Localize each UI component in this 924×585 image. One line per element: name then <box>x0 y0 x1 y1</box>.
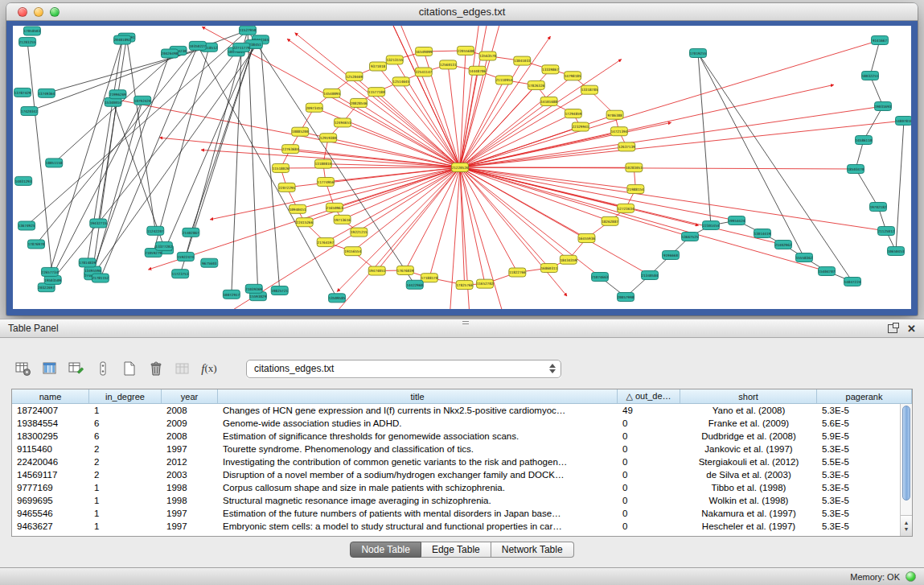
graph-node[interactable]: 11774956 <box>317 177 334 186</box>
graph-node[interactable]: 19954424 <box>729 216 745 225</box>
zoom-window-button[interactable] <box>50 7 60 17</box>
table-row[interactable]: 969969511998Structural magnetic resonanc… <box>12 494 900 507</box>
graph-node[interactable]: 12560131 <box>440 60 457 69</box>
table-select-dropdown[interactable]: citations_edges.txt <box>246 360 561 378</box>
graph-node[interactable]: 19474051 <box>368 266 385 275</box>
graph-node[interactable]: 22301454 <box>703 221 720 230</box>
graph-node[interactable]: 20057998 <box>618 293 634 302</box>
graph-node[interactable]: 19432715 <box>90 219 107 228</box>
graph-node[interactable]: 17294859 <box>565 109 581 118</box>
graph-node[interactable]: 16455936 <box>578 233 595 242</box>
column-header-pagerank[interactable]: pagerank <box>817 389 912 403</box>
graph-node[interactable]: 10650453 <box>888 247 905 256</box>
graph-node[interactable]: 16860311 <box>540 264 557 273</box>
graph-node[interactable]: 14422960 <box>406 280 423 289</box>
import-table-icon[interactable] <box>172 358 193 379</box>
network-canvas[interactable]: 1028305321988154127236341826288716455936… <box>13 26 911 309</box>
graph-node[interactable]: 13377202 <box>155 241 172 250</box>
edit-table-icon[interactable] <box>66 358 87 379</box>
graph-node[interactable]: 18503470 <box>848 165 864 174</box>
graph-node[interactable]: 13213155 <box>386 56 403 64</box>
delete-icon[interactable] <box>146 358 166 379</box>
scrollbar-thumb[interactable] <box>902 406 910 501</box>
graph-node[interactable]: 22415266 <box>296 218 313 227</box>
graph-node[interactable]: 10283053 <box>626 163 643 172</box>
graph-node[interactable]: 17188178 <box>421 274 437 282</box>
graph-node[interactable]: 20828546 <box>350 98 367 107</box>
graph-node[interactable]: 17826326 <box>528 80 544 89</box>
graph-node[interactable]: 14031293 <box>15 176 32 185</box>
graph-node[interactable]: 22763684 <box>282 145 299 154</box>
graph-node[interactable]: 18032251 <box>862 72 879 80</box>
graph-node[interactable]: 21110954 <box>495 76 512 84</box>
rows-icon[interactable] <box>92 358 113 379</box>
tab-node-table[interactable]: Node Table <box>350 542 421 558</box>
graph-node[interactable]: 21650963 <box>326 203 343 212</box>
tab-edge-table[interactable]: Edge Table <box>421 542 491 558</box>
graph-node[interactable]: 10350227 <box>189 41 206 50</box>
column-header-year[interactable]: year <box>162 389 218 403</box>
table-row[interactable]: 1456911722003Disruption of a novel membe… <box>12 468 900 481</box>
graph-node[interactable]: 19221215 <box>351 228 368 237</box>
graph-node[interactable]: 21340584 <box>642 271 659 280</box>
graph-node[interactable]: 14721394 <box>610 127 627 136</box>
graph-node[interactable]: 18434359 <box>560 255 577 264</box>
graph-node[interactable]: 19713616 <box>334 215 351 224</box>
graph-node[interactable]: 14807818 <box>896 117 912 126</box>
table-row[interactable]: 946554611997Estimation of the future num… <box>12 507 900 520</box>
function-builder-icon[interactable]: f(x) <box>199 358 220 379</box>
graph-node[interactable]: 14540095 <box>323 89 340 97</box>
graph-node[interactable]: 17814839 <box>79 258 96 267</box>
graph-node[interactable]: 17420342 <box>21 107 38 116</box>
graph-node[interactable]: 13787429 <box>14 88 31 97</box>
graph-node[interactable]: 11723753 <box>172 270 189 278</box>
graph-node[interactable]: 22329941 <box>572 122 589 131</box>
graph-node[interactable]: 13318785 <box>581 85 598 94</box>
graph-node[interactable]: 21074663 <box>592 273 609 282</box>
graph-node[interactable]: 11822766 <box>509 268 526 277</box>
minimize-window-button[interactable] <box>34 7 43 17</box>
graph-node[interactable]: 13180810 <box>314 159 331 168</box>
graph-node[interactable]: 15922474 <box>177 252 194 261</box>
column-header-name[interactable]: name <box>12 389 89 403</box>
graph-node[interactable]: 14586110 <box>856 136 873 145</box>
table-scrollbar[interactable]: ▲ ▼ <box>900 404 912 536</box>
graph-node[interactable]: 12514645 <box>392 77 409 86</box>
graph-node[interactable]: 22072295 <box>278 183 295 192</box>
graph-node[interactable]: 21402867 <box>183 228 199 237</box>
column-header-out_degree[interactable]: △ out_de… <box>618 389 680 403</box>
graph-node[interactable]: 22541147 <box>415 68 432 76</box>
new-file-icon[interactable] <box>119 358 140 379</box>
graph-node[interactable]: 10792420 <box>134 96 151 105</box>
close-panel-icon[interactable]: ✕ <box>907 323 916 334</box>
column-header-short[interactable]: short <box>680 389 817 403</box>
table-row[interactable]: 946362711997Embryonic stem cells: a mode… <box>12 520 900 533</box>
graph-node[interactable]: 14847224 <box>844 278 861 286</box>
graph-node[interactable]: 10885200 <box>292 127 309 136</box>
graph-node[interactable]: 13674925 <box>18 221 35 230</box>
graph-node[interactable]: 21039369 <box>245 284 262 293</box>
graph-node[interactable]: 17019255 <box>690 49 707 58</box>
table-row[interactable]: 977716911998Corpus callosum shape and si… <box>12 481 900 494</box>
scroll-down-icon[interactable]: ▼ <box>904 526 910 532</box>
graph-node[interactable]: 13014419 <box>754 229 771 238</box>
graph-node[interactable]: 19503509 <box>44 275 61 284</box>
table-row[interactable]: 1872400712008Changes of HCN gene express… <box>12 404 900 417</box>
graph-node[interactable]: 15404707 <box>819 267 836 276</box>
panel-splitter-grip[interactable] <box>462 321 469 324</box>
graph-node[interactable]: 12919380 <box>320 134 337 142</box>
graph-node[interactable]: 17876970 <box>27 240 44 249</box>
graph-node[interactable]: 21764197 <box>317 238 334 247</box>
graph-node[interactable]: 21996269 <box>109 90 126 99</box>
table-row[interactable]: 911546021997Tourette syndrome. Phenomeno… <box>12 443 900 455</box>
graph-node[interactable]: 14448706 <box>469 66 486 75</box>
graph-node[interactable]: 22657734 <box>41 267 58 276</box>
graph-node[interactable]: 20973455 <box>306 103 322 112</box>
graph-node[interactable]: 21283255 <box>19 38 36 47</box>
graph-node[interactable]: 17825766 <box>456 281 473 290</box>
table-row[interactable]: 2242004622012Investigating the contribut… <box>12 455 900 468</box>
graph-node[interactable]: 10072917 <box>223 290 240 299</box>
graph-node[interactable]: 12494651 <box>334 118 351 127</box>
graph-node[interactable]: 9371018 <box>370 62 387 71</box>
graph-node[interactable]: 9141667 <box>872 36 889 45</box>
